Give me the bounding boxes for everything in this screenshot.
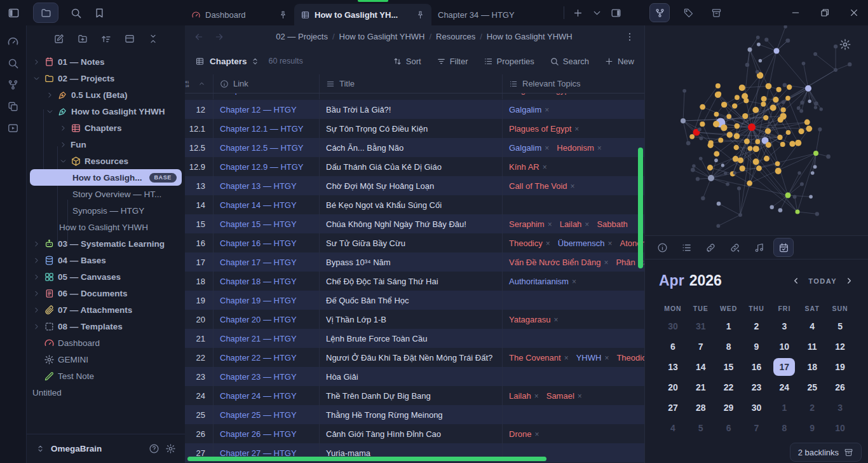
- calendar-day[interactable]: 24: [770, 377, 798, 397]
- graph-node[interactable]: [733, 171, 736, 174]
- graph-node[interactable]: [814, 106, 817, 109]
- graph-node[interactable]: [761, 96, 767, 102]
- ribbon-dashboard-icon[interactable]: [7, 36, 19, 48]
- outgoing-links-panel-tab[interactable]: [725, 238, 744, 256]
- graph-node[interactable]: [752, 107, 759, 113]
- graph-node[interactable]: [764, 156, 770, 162]
- graph-node[interactable]: [682, 89, 686, 93]
- remove-tag-icon[interactable]: ×: [578, 392, 582, 401]
- graph-node[interactable]: [848, 62, 851, 66]
- next-month-icon[interactable]: [844, 276, 854, 286]
- graph-node[interactable]: [797, 106, 801, 110]
- graph-node[interactable]: [738, 157, 743, 163]
- table-row[interactable]: 16Chapter 16 — HTGYSư Tử Giữa Bầy CừuThe…: [185, 233, 644, 252]
- graph-node[interactable]: [814, 101, 818, 106]
- ribbon-search-icon[interactable]: [7, 57, 19, 69]
- graph-node[interactable]: [818, 127, 822, 131]
- graph-node[interactable]: [780, 113, 786, 120]
- graph-node[interactable]: [765, 128, 771, 134]
- calendar-day[interactable]: 10: [770, 336, 798, 357]
- help-icon[interactable]: [149, 443, 159, 454]
- graph-node[interactable]: [714, 112, 719, 117]
- graph-node[interactable]: [699, 157, 703, 161]
- remove-tag-icon[interactable]: ×: [585, 220, 589, 229]
- graph-node[interactable]: [739, 85, 745, 91]
- chevron-right-icon[interactable]: [32, 306, 41, 314]
- graph-node[interactable]: [781, 107, 786, 113]
- graph-node[interactable]: [753, 146, 759, 152]
- topic-tag[interactable]: Hedonism×: [557, 143, 602, 153]
- remove-tag-icon[interactable]: ×: [554, 315, 559, 324]
- graph-node[interactable]: [753, 158, 759, 165]
- graph-node[interactable]: [733, 156, 738, 162]
- topic-tag[interactable]: Theodicy: [616, 353, 644, 363]
- calendar-day[interactable]: 12: [826, 336, 854, 357]
- topic-tag[interactable]: Galgalim×: [509, 143, 549, 153]
- graph-node[interactable]: [740, 165, 745, 171]
- graph-node[interactable]: [805, 85, 811, 92]
- calendar-day[interactable]: 6: [659, 336, 687, 357]
- calendar-day[interactable]: 8: [770, 418, 798, 438]
- graph-node[interactable]: [766, 83, 772, 90]
- graph-node[interactable]: [717, 202, 721, 206]
- ribbon-graph-icon[interactable]: [7, 79, 19, 91]
- calendar-day[interactable]: 3: [770, 316, 798, 336]
- graph-node[interactable]: [714, 151, 719, 157]
- graph-node[interactable]: [748, 48, 752, 52]
- graph-node[interactable]: [834, 45, 837, 48]
- calendar-day[interactable]: 14: [687, 357, 715, 377]
- calendar-day[interactable]: 31: [687, 316, 715, 336]
- graph-node[interactable]: [701, 196, 705, 200]
- chevron-down-icon[interactable]: [46, 107, 54, 116]
- table-row[interactable]: 12.1Chapter 12.1 — HTGYSự Tôn Trọng Có Đ…: [185, 119, 644, 138]
- remove-tag-icon[interactable]: ×: [548, 220, 552, 229]
- calendar-day[interactable]: 7: [687, 336, 715, 357]
- graph-node[interactable]: [698, 127, 702, 131]
- row-number-header[interactable]: 0110: [185, 74, 213, 93]
- horizontal-scrollbar[interactable]: [187, 457, 546, 461]
- topic-tag[interactable]: Lailah×: [560, 219, 590, 229]
- search-tab-icon[interactable]: [70, 7, 82, 19]
- table-row[interactable]: 23Chapter 23 — HTGYHòa Giải: [185, 367, 644, 386]
- graph-node[interactable]: [726, 183, 729, 186]
- graph-node[interactable]: [777, 135, 782, 140]
- calendar-day[interactable]: 1: [770, 397, 798, 418]
- today-button[interactable]: TODAY: [808, 277, 837, 285]
- calendar-day[interactable]: 23: [743, 377, 771, 397]
- graph-node[interactable]: [800, 100, 804, 104]
- calendar-day[interactable]: 28: [687, 397, 715, 418]
- calendar-day[interactable]: 29: [715, 397, 743, 418]
- chevron-right-icon[interactable]: [32, 273, 41, 281]
- graph-node[interactable]: [785, 193, 791, 198]
- chapter-link[interactable]: Chapter 12.5 — HTGY: [213, 138, 319, 157]
- graph-node[interactable]: [819, 107, 823, 111]
- tree-item[interactable]: 05 — Canvases: [30, 268, 182, 285]
- tree-item[interactable]: 0.5 Lux (Beta): [30, 86, 182, 103]
- graph-node[interactable]: [775, 168, 782, 174]
- graph-node[interactable]: [691, 168, 695, 172]
- new-tab-button[interactable]: [568, 3, 587, 22]
- calendar-day[interactable]: 6: [715, 418, 743, 438]
- calendar-day[interactable]: 8: [715, 336, 743, 357]
- remove-tag-icon[interactable]: ×: [543, 163, 547, 172]
- graph-node[interactable]: [757, 43, 761, 46]
- table-row[interactable]: 18Chapter 18 — HTGYChế Độ Độc Tài Sáng T…: [185, 272, 644, 291]
- graph-node[interactable]: [785, 96, 790, 101]
- topic-tag[interactable]: Plagues of Egypt×: [509, 124, 579, 134]
- column-header-title[interactable]: Title: [319, 74, 502, 93]
- table-row[interactable]: 11Chapter 11 — HTGYPlagues of Egypt×: [185, 93, 644, 99]
- table-row[interactable]: 14Chapter 14 — HTGYBé Kẹo Ngọt và Khẩu S…: [185, 195, 644, 214]
- toggle-left-sidebar-icon[interactable]: [8, 7, 20, 19]
- chevron-down-icon[interactable]: [59, 157, 67, 165]
- calendar-day[interactable]: 9: [743, 336, 771, 357]
- settings-icon[interactable]: [165, 443, 176, 454]
- back-icon[interactable]: [194, 32, 204, 42]
- table-row[interactable]: 24Chapter 24 — HTGYThề Trên Danh Dự Big …: [185, 386, 644, 405]
- topic-tag[interactable]: Yatagarasu×: [509, 315, 559, 324]
- files-tab-button[interactable]: [33, 3, 58, 23]
- graph-node[interactable]: [809, 195, 813, 199]
- graph-node[interactable]: [700, 104, 705, 110]
- chapter-link[interactable]: Chapter 22 — HTGY: [213, 348, 319, 367]
- graph-node[interactable]: [727, 132, 733, 137]
- graph-node[interactable]: [686, 141, 691, 146]
